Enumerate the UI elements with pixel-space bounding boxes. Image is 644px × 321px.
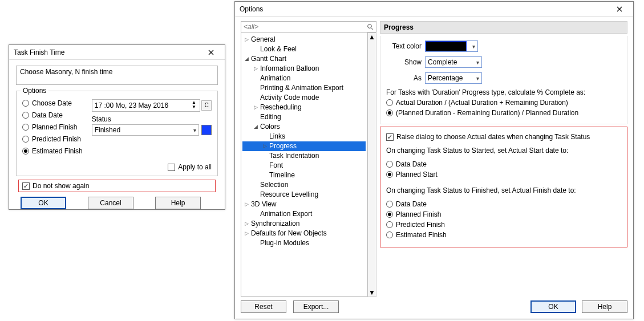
export-button[interactable]: Export... [293,300,339,313]
finish-radio-data-date[interactable]: Data Date [22,111,83,119]
as-value: Percentage [428,74,463,82]
calc-radio-1[interactable]: (Planned Duration - Remaining Duration) … [386,109,621,117]
tree-node-animation[interactable]: Animation [242,74,366,83]
titlebar[interactable]: Task Finish Time [9,45,225,60]
tree-node-animation-export[interactable]: Animation Export [242,209,366,219]
tree-scrollbar[interactable]: ▲▼ [367,32,376,297]
options-group: Options Choose DateData DatePlanned Fini… [16,91,218,176]
tree-node-editing[interactable]: Editing [242,112,366,122]
tree-node-activity-code-mode[interactable]: Activity Code mode [242,93,366,103]
date-time-field[interactable]: 17 :00 Mo, 23 May 2016 ▲▼ [92,99,200,112]
status-color-swatch[interactable] [201,125,212,135]
tree-node-3d-view[interactable]: ▷3D View [242,200,366,209]
finish-radio-2[interactable]: Predicted Finish [386,221,621,229]
tree-label: Printing & Animation Export [260,83,343,93]
tree-label: General [251,35,276,44]
options-right-panel: Progress Text color ▾ Show Complete ▾ [380,21,627,297]
radio-label: Planned Finish [396,210,441,218]
tree-expander-icon[interactable]: ▷ [244,200,249,209]
tree-node-plug-in-modules[interactable]: Plug-in Modules [242,238,366,248]
date-picker-button[interactable]: C [201,100,212,111]
date-spinner[interactable]: ▲▼ [191,101,197,110]
section-header: Progress [380,21,627,34]
radio-label: Predicted Finish [396,221,445,229]
finish-radio-choose-date[interactable]: Choose Date [22,99,83,107]
tree-node-timeline[interactable]: Timeline [242,170,366,180]
start-radio-1[interactable]: Planned Start [386,170,621,178]
tree-expander-icon[interactable]: ▷ [262,141,268,151]
calc-radio-0[interactable]: Actual Duration / (Actual Duration + Rem… [386,99,621,107]
text-color-select[interactable]: ▾ [425,40,478,52]
tree-node-rescheduling[interactable]: ▷Rescheduling [242,103,366,112]
tree-node-look-feel[interactable]: Look & Feel [242,44,366,54]
tree-node-links[interactable]: Links [242,132,366,141]
dont-show-again-checkbox[interactable]: Do not show again [22,182,89,190]
tree-node-task-indentation[interactable]: Task Indentation [242,151,366,161]
finish-radio-estimated-finish[interactable]: Estimated Finish [22,147,83,155]
tree-node-resource-levelling[interactable]: Resource Levelling [242,190,366,200]
apply-to-all-checkbox[interactable]: Apply to all [168,163,212,171]
tree-label: Timeline [269,170,295,180]
search-input[interactable] [241,22,364,32]
tree-node-printing-animation-export[interactable]: Printing & Animation Export [242,83,366,93]
tree-node-selection[interactable]: Selection [242,180,366,190]
close-icon[interactable] [200,47,222,58]
tree-expander-icon[interactable]: ◢ [244,54,249,64]
tree-expander-icon[interactable]: ▷ [244,219,249,229]
radio-label: Planned Start [396,170,438,178]
progress-form: Text color ▾ Show Complete ▾ [380,36,627,124]
text-color-preview [426,41,467,51]
status-change-panel: Raise dialog to choose Actual dates when… [380,127,627,247]
chevron-down-icon: ▾ [470,43,477,50]
tree-expander-icon[interactable]: ◢ [253,122,258,132]
tree-label: Links [269,132,285,141]
close-icon[interactable] [608,3,631,15]
tree-label: Information Balloon [260,64,319,74]
start-radio-group: Data DatePlanned Start [386,158,621,181]
tree-expander-icon[interactable]: ▷ [244,35,249,44]
tree-node-progress[interactable]: ▷Progress [242,141,366,151]
raise-dialog-checkbox[interactable]: Raise dialog to choose Actual dates when… [386,133,621,141]
titlebar[interactable]: Options [235,2,633,17]
ok-button[interactable]: OK [21,197,66,209]
tree-node-synchronization[interactable]: ▷Synchronization [242,219,366,229]
tree-node-font[interactable]: Font [242,161,366,170]
start-radio-0[interactable]: Data Date [386,160,621,168]
window-title: Task Finish Time [14,48,64,56]
ok-button[interactable]: OK [530,300,576,313]
radio-label: Estimated Finish [396,231,447,239]
finish-radio-3[interactable]: Estimated Finish [386,231,621,239]
radio-label: Planned Finish [32,123,77,131]
search-icon[interactable] [364,22,376,32]
help-button[interactable]: Help [582,300,627,313]
finish-radio-group: Data DatePlanned FinishPredicted FinishE… [386,198,621,241]
radio-label: Predicted Finish [32,135,81,143]
tree-expander-icon[interactable]: ▷ [253,103,258,112]
tree-node-general[interactable]: ▷General [242,35,366,44]
finish-radio-0[interactable]: Data Date [386,200,621,208]
cancel-button[interactable]: Cancel [88,197,133,209]
finish-radio-planned-finish[interactable]: Planned Finish [22,123,83,131]
tree-node-defaults-for-new-objects[interactable]: ▷Defaults for New Objects [242,229,366,238]
reset-button[interactable]: Reset [241,300,286,313]
tree-node-information-balloon[interactable]: ▷Information Balloon [242,64,366,74]
as-select[interactable]: Percentage ▾ [425,72,482,84]
options-tree[interactable]: ▷GeneralLook & Feel◢Gantt Chart▷Informat… [241,32,367,297]
help-button[interactable]: Help [155,197,201,209]
status-select[interactable]: Finished ▾ [92,124,199,136]
finish-radio-predicted-finish[interactable]: Predicted Finish [22,135,83,143]
finish-radio-1[interactable]: Planned Finish [386,210,621,218]
radio-label: Data Date [396,200,427,208]
task-finish-window: Task Finish Time Choose Masonry, N finis… [9,44,225,210]
tree-node-gantt-chart[interactable]: ◢Gantt Chart [242,54,366,64]
show-select[interactable]: Complete ▾ [425,56,482,68]
calc-label: For Tasks with 'Duration' Progress type,… [386,88,621,96]
tree-expander-icon[interactable]: ▷ [253,64,258,74]
tree-expander-icon[interactable]: ▷ [244,229,249,238]
chevron-down-icon: ▾ [476,75,479,82]
finished-label: On changing Task Status to Finished, set… [386,186,621,194]
tree-label: Rescheduling [260,103,302,112]
chevron-down-icon: ▾ [193,127,196,133]
tree-node-colors[interactable]: ◢Colors [242,122,366,132]
search-box[interactable] [241,21,376,32]
